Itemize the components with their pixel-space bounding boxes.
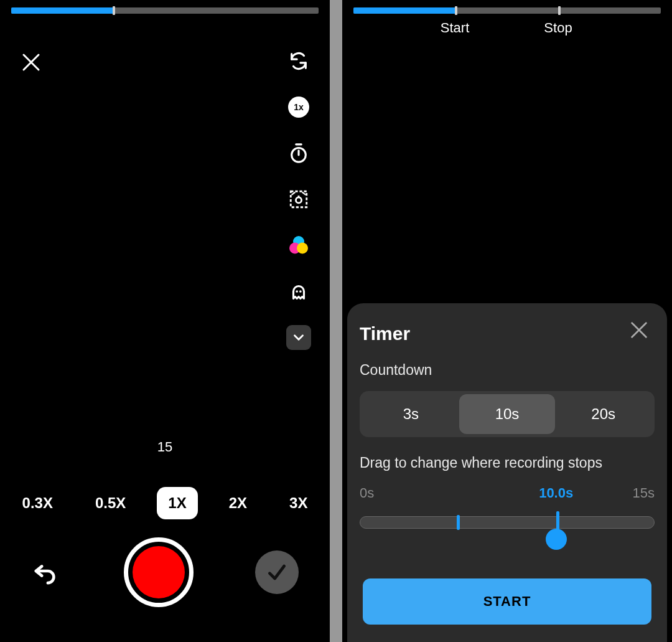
zoom-option[interactable]: 2X [218, 487, 258, 519]
record-button[interactable] [124, 537, 194, 607]
scale-min: 0s [360, 485, 374, 501]
start-tick [455, 6, 457, 15]
drag-hint: Drag to change where recording stops [360, 455, 655, 471]
chevron-down-icon [291, 329, 307, 346]
close-icon [20, 51, 42, 73]
countdown-option[interactable]: 3s [363, 394, 459, 434]
sheet-close-button[interactable] [628, 319, 652, 343]
start-marker-label: Start [441, 20, 469, 36]
svg-point-5 [297, 243, 308, 254]
start-button[interactable]: START [363, 578, 651, 625]
countdown-segmented: 3s 10s 20s [360, 391, 655, 437]
speed-button[interactable]: 1x [286, 95, 311, 120]
flip-camera-button[interactable] [286, 49, 311, 73]
svg-point-7 [299, 290, 302, 293]
recording-progress-fill [11, 7, 113, 14]
checkmark-icon [264, 560, 289, 585]
more-tools-button[interactable] [286, 325, 311, 350]
undo-icon [31, 557, 60, 585]
recording-progress-track [353, 7, 661, 14]
filters-button[interactable] [286, 233, 311, 258]
countdown-label: Countdown [360, 362, 655, 379]
effects-button[interactable] [286, 187, 311, 212]
record-icon [133, 546, 185, 598]
ghost-icon [288, 281, 309, 302]
filters-icon [287, 234, 310, 257]
close-icon [628, 319, 650, 341]
recording-progress-track [11, 7, 319, 14]
confirm-button[interactable] [255, 550, 299, 594]
slider-scale: 0s 10.0s 15s [360, 485, 655, 504]
timer-sheet: Timer Countdown 3s 10s 20s Drag to chang… [347, 303, 667, 642]
zoom-option[interactable]: 0.5X [84, 487, 137, 519]
timer-icon [288, 143, 309, 164]
scale-max: 15s [633, 485, 655, 501]
countdown-option[interactable]: 20s [555, 394, 651, 434]
timer-screen: Start Stop Timer Countdown 3s 10s 20s Dr… [342, 0, 672, 642]
undo-button[interactable] [31, 557, 62, 588]
countdown-option[interactable]: 10s [459, 394, 556, 434]
svg-point-2 [296, 197, 301, 203]
progress-tick [113, 6, 115, 15]
side-toolbar: 1x [286, 49, 311, 350]
close-button[interactable] [20, 51, 45, 76]
zoom-option[interactable]: 0.3X [11, 487, 64, 519]
camera-screen: 1x [0, 0, 330, 642]
speed-badge: 1x [288, 97, 309, 118]
bottom-controls [0, 537, 330, 607]
ghost-button[interactable] [286, 279, 311, 304]
slider-start-tick [457, 515, 460, 530]
timer-button[interactable] [286, 141, 311, 166]
stop-tick [558, 6, 561, 15]
recording-progress-fill [353, 7, 455, 14]
slider-track [360, 516, 655, 529]
effects-icon [288, 189, 309, 210]
remaining-duration: 15 [157, 439, 172, 455]
zoom-option[interactable]: 1X [157, 487, 197, 519]
slider-thumb[interactable] [546, 529, 567, 550]
svg-point-6 [296, 290, 298, 293]
stop-marker-label: Stop [544, 20, 572, 36]
stop-slider[interactable] [360, 511, 655, 549]
zoom-option[interactable]: 3X [278, 487, 319, 519]
flip-camera-icon [288, 50, 309, 72]
scale-value: 10.0s [539, 485, 573, 501]
zoom-levels: 0.3X 0.5X 1X 2X 3X [0, 487, 330, 519]
sheet-title: Timer [360, 323, 655, 344]
